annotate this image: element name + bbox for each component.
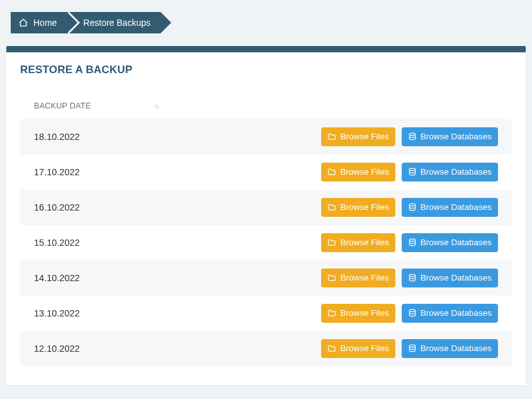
table-body: 18.10.2022 Browse Files Browse Databases… bbox=[20, 119, 512, 366]
svg-point-6 bbox=[409, 345, 415, 347]
database-icon bbox=[408, 168, 417, 176]
browse-databases-button[interactable]: Browse Databases bbox=[402, 163, 498, 182]
folder-icon bbox=[327, 132, 336, 141]
row-actions: Browse Files Browse Databases bbox=[321, 269, 498, 287]
sort-icon: ↑↓ bbox=[154, 102, 158, 110]
browse-files-button[interactable]: Browse Files bbox=[321, 163, 395, 182]
button-label: Browse Databases bbox=[421, 132, 492, 141]
row-actions: Browse Files Browse Databases bbox=[321, 163, 498, 182]
button-label: Browse Databases bbox=[421, 238, 492, 247]
browse-files-button[interactable]: Browse Files bbox=[321, 339, 395, 358]
table-row: 14.10.2022 Browse Files Browse Databases bbox=[20, 260, 512, 296]
backup-date-cell: 14.10.2022 bbox=[34, 273, 80, 283]
database-icon bbox=[408, 344, 417, 353]
row-actions: Browse Files Browse Databases bbox=[321, 127, 498, 146]
button-label: Browse Files bbox=[340, 203, 388, 212]
restore-card: RESTORE A BACKUP BACKUP DATE ↑↓ 18.10.20… bbox=[6, 46, 526, 385]
backup-date-cell: 18.10.2022 bbox=[34, 132, 80, 142]
browse-files-button[interactable]: Browse Files bbox=[321, 198, 395, 217]
browse-files-button[interactable]: Browse Files bbox=[321, 233, 395, 252]
breadcrumb: Home Restore Backups bbox=[11, 12, 532, 33]
backup-date-cell: 12.10.2022 bbox=[34, 344, 80, 354]
database-icon bbox=[408, 203, 417, 212]
button-label: Browse Files bbox=[340, 274, 388, 282]
button-label: Browse Databases bbox=[421, 168, 492, 176]
database-icon bbox=[408, 309, 417, 318]
folder-icon bbox=[327, 309, 336, 318]
svg-point-2 bbox=[409, 204, 415, 206]
browse-files-button[interactable]: Browse Files bbox=[321, 269, 395, 287]
button-label: Browse Databases bbox=[421, 344, 492, 353]
database-icon bbox=[408, 132, 417, 141]
column-header-backup-date[interactable]: BACKUP DATE ↑↓ bbox=[34, 101, 158, 110]
row-actions: Browse Files Browse Databases bbox=[321, 198, 498, 217]
column-header-label: BACKUP DATE bbox=[34, 101, 91, 110]
svg-point-4 bbox=[409, 274, 415, 277]
breadcrumb-label: Home bbox=[33, 18, 57, 28]
table-row: 13.10.2022 Browse Files Browse Databases bbox=[20, 296, 512, 331]
card-accent-bar bbox=[6, 46, 526, 52]
breadcrumb-label: Restore Backups bbox=[83, 18, 150, 28]
backup-date-cell: 17.10.2022 bbox=[34, 167, 80, 177]
folder-icon bbox=[327, 274, 336, 282]
browse-databases-button[interactable]: Browse Databases bbox=[402, 269, 498, 287]
browse-files-button[interactable]: Browse Files bbox=[321, 127, 395, 146]
table-row: 12.10.2022 Browse Files Browse Databases bbox=[20, 331, 512, 366]
svg-point-3 bbox=[409, 239, 415, 241]
table-row: 16.10.2022 Browse Files Browse Databases bbox=[20, 190, 512, 225]
row-actions: Browse Files Browse Databases bbox=[321, 304, 498, 323]
button-label: Browse Databases bbox=[421, 203, 492, 212]
folder-icon bbox=[327, 238, 336, 247]
backup-date-cell: 15.10.2022 bbox=[34, 238, 80, 248]
table-row: 18.10.2022 Browse Files Browse Databases bbox=[20, 119, 512, 154]
button-label: Browse Files bbox=[340, 238, 388, 247]
table-row: 17.10.2022 Browse Files Browse Databases bbox=[20, 154, 512, 190]
home-icon bbox=[18, 18, 28, 28]
table-row: 15.10.2022 Browse Files Browse Databases bbox=[20, 225, 512, 260]
card-body: RESTORE A BACKUP BACKUP DATE ↑↓ 18.10.20… bbox=[6, 52, 526, 385]
button-label: Browse Databases bbox=[421, 309, 492, 318]
folder-icon bbox=[327, 168, 336, 176]
browse-databases-button[interactable]: Browse Databases bbox=[402, 304, 498, 323]
button-label: Browse Databases bbox=[421, 274, 492, 282]
button-label: Browse Files bbox=[340, 168, 388, 176]
browse-files-button[interactable]: Browse Files bbox=[321, 304, 395, 323]
database-icon bbox=[408, 238, 417, 247]
row-actions: Browse Files Browse Databases bbox=[321, 339, 498, 358]
browse-databases-button[interactable]: Browse Databases bbox=[402, 127, 498, 146]
button-label: Browse Files bbox=[340, 344, 388, 353]
database-icon bbox=[408, 274, 417, 282]
button-label: Browse Files bbox=[340, 132, 388, 141]
backup-date-cell: 16.10.2022 bbox=[34, 202, 80, 212]
svg-point-5 bbox=[409, 309, 415, 312]
card-title: RESTORE A BACKUP bbox=[20, 64, 512, 76]
folder-icon bbox=[327, 203, 336, 212]
browse-databases-button[interactable]: Browse Databases bbox=[402, 233, 498, 252]
folder-icon bbox=[327, 344, 336, 353]
button-label: Browse Files bbox=[340, 309, 388, 318]
svg-point-1 bbox=[409, 168, 415, 171]
svg-point-0 bbox=[409, 133, 415, 136]
row-actions: Browse Files Browse Databases bbox=[321, 233, 498, 252]
browse-databases-button[interactable]: Browse Databases bbox=[402, 198, 498, 217]
browse-databases-button[interactable]: Browse Databases bbox=[402, 339, 498, 358]
table-header-row: BACKUP DATE ↑↓ bbox=[20, 101, 512, 119]
backup-date-cell: 13.10.2022 bbox=[34, 308, 80, 318]
breadcrumb-item-home[interactable]: Home bbox=[11, 12, 67, 33]
